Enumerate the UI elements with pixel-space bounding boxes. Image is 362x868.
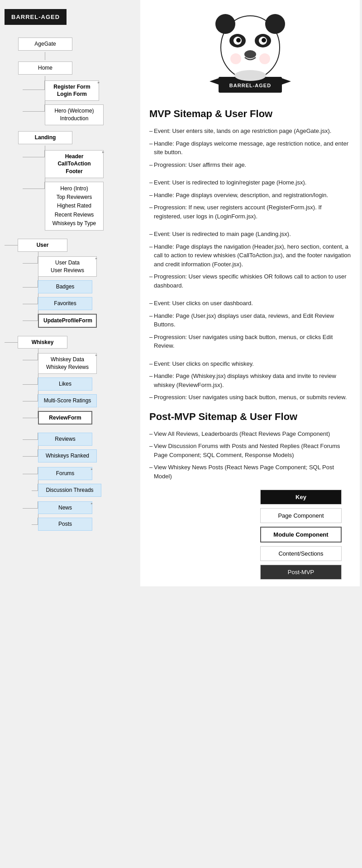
right-panel: BARREL-AGED MVP Sitemap & User F xyxy=(140,0,360,586)
key-title: Key xyxy=(260,490,342,505)
node-discussion-threads: Discussion Threads xyxy=(38,484,101,497)
svg-text:BARREL-AGED: BARREL-AGED xyxy=(229,83,271,88)
key-page-component: Page Component xyxy=(260,508,342,523)
panda-logo: BARREL-AGED xyxy=(149,7,351,99)
flow-item-3: Progression: User affirms their age. xyxy=(149,160,351,170)
key-content-sections: Content/Sections xyxy=(260,546,342,561)
node-news: News xyxy=(38,501,92,514)
flow-item-11: Handle: Page (User.jsx) displays user da… xyxy=(149,311,351,329)
key-module-component: Module Component xyxy=(260,527,342,542)
user-flow-group: Event: User clicks on user dashboard. Ha… xyxy=(149,299,351,350)
post-mvp-flow-group: View All Reviews, Leaderboards (React Re… xyxy=(149,429,351,481)
node-whiskey: Whiskey xyxy=(18,336,67,349)
key-post-mvp: Post-MVP xyxy=(260,565,342,580)
node-user: User xyxy=(18,239,67,252)
brand-header: BARREL-AGED xyxy=(5,9,67,25)
node-hero-welcome: Hero (Welcome)Introduction xyxy=(45,104,104,125)
node-hero-intro: Hero (Intro)Top ReviewersHighest RatedRe… xyxy=(45,182,104,231)
node-forums: Forums xyxy=(38,467,92,480)
flow-item-6: Progression: If new, user registers acco… xyxy=(149,203,351,221)
flow-item-5: Handle: Page displays overview, descript… xyxy=(149,191,351,200)
flow-item-9: Progression: User views specific whiskie… xyxy=(149,272,351,290)
post-mvp-item-3: View Whiskey News Posts (React News Page… xyxy=(149,463,351,481)
node-header-cta: HeaderCallToActionFooter xyxy=(45,150,104,178)
node-user-data: User DataUser Reviews xyxy=(38,256,97,277)
flow-item-7: Event: User is redirected to main page (… xyxy=(149,230,351,239)
flow-item-15: Progression: User navigates using back b… xyxy=(149,393,351,402)
flow-item-14: Handle: Page (Whiskey.jsx) displays whis… xyxy=(149,372,351,389)
node-multi-score: Multi-Score Ratings xyxy=(38,394,97,407)
panda-svg: BARREL-AGED xyxy=(205,7,295,97)
mvp-title: MVP Sitemap & User Flow xyxy=(149,108,351,120)
svg-point-14 xyxy=(230,53,241,64)
left-panel: BARREL-AGED AgeGate Home Register FormLo… xyxy=(0,0,136,538)
node-likes: Likes xyxy=(38,377,92,391)
flow-item-4: Event: User is redirected to login/regis… xyxy=(149,178,351,187)
flow-item-10: Event: User clicks on user dashboard. xyxy=(149,299,351,308)
sitemap-tree: AgeGate Home Register FormLogin Form xyxy=(0,34,136,533)
flow-item-13: Event: User clicks on specific whiskey. xyxy=(149,359,351,368)
flow-item-1: Event: User enters site, lands on age re… xyxy=(149,127,351,136)
svg-point-11 xyxy=(236,38,241,42)
whiskey-flow-group: Event: User clicks on specific whiskey. … xyxy=(149,359,351,402)
node-landing: Landing xyxy=(18,131,72,144)
flow-item-2: Handle: Page displays welcome message, a… xyxy=(149,139,351,157)
node-register-login: Register FormLogin Form xyxy=(45,80,99,101)
flow-item-12: Progression: User navigates using back b… xyxy=(149,333,351,350)
node-favorites: Favorites xyxy=(38,297,92,310)
agegate-flow-group: Event: User enters site, lands on age re… xyxy=(149,127,351,169)
node-update-profile: UpdateProfileForm xyxy=(38,314,97,328)
node-badges: Badges xyxy=(38,280,92,293)
svg-point-13 xyxy=(244,50,256,58)
svg-marker-2 xyxy=(282,78,291,85)
flow-item-8: Handle: Page displays the navigation (He… xyxy=(149,242,351,269)
key-section: Key Page Component Module Component Cont… xyxy=(149,490,351,580)
svg-point-12 xyxy=(262,38,266,42)
svg-point-16 xyxy=(234,70,266,81)
post-mvp-item-2: View Discussion Forums with Posts and Ne… xyxy=(149,442,351,459)
svg-point-5 xyxy=(215,14,235,34)
home-flow-group: Event: User is redirected to login/regis… xyxy=(149,178,351,221)
node-posts: Posts xyxy=(38,518,92,531)
svg-point-15 xyxy=(259,53,270,64)
post-mvp-title: Post-MVP Sitemap & User Flow xyxy=(149,411,351,423)
svg-point-6 xyxy=(265,14,285,34)
node-review-form: ReviewForm xyxy=(38,411,92,425)
node-reviews: Reviews xyxy=(38,433,92,446)
node-agegate: AgeGate xyxy=(18,38,72,51)
landing-flow-group: Event: User is redirected to main page (… xyxy=(149,230,351,290)
node-home: Home xyxy=(18,61,72,75)
post-mvp-item-1: View All Reviews, Leaderboards (React Re… xyxy=(149,429,351,439)
node-whiskeys-ranked: Whiskeys Ranked xyxy=(38,449,97,462)
node-whiskey-data: Whiskey DataWhiskey Reviews xyxy=(38,353,97,374)
svg-marker-1 xyxy=(210,78,219,85)
